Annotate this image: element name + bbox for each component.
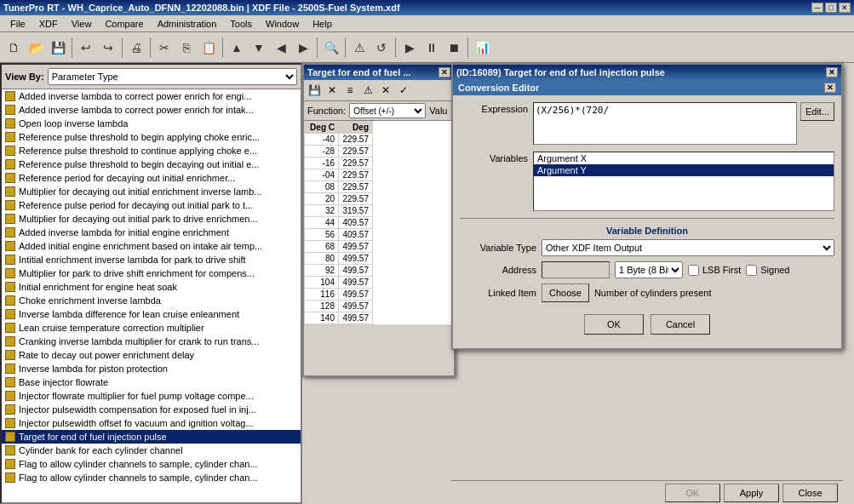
tree-item-label: Reference pulse threshold to begin apply… [19,132,260,142]
menu-administration[interactable]: Administration [151,17,224,31]
byte-select[interactable]: 1 Byte (8 Bit) [615,261,683,278]
tree-item[interactable]: Cranking inverse lambda multiplier for c… [2,335,301,348]
chart-icon[interactable]: 📊 [472,37,492,58]
stop-icon[interactable]: ⏹ [444,37,464,58]
variable-item[interactable]: Argument X [534,152,834,164]
tree-item[interactable]: Intitial enrichment inverse lambda for p… [2,253,301,266]
tree-item[interactable]: Inverse lambda difference for lean cruis… [2,307,301,321]
paste-icon[interactable]: 📋 [198,37,219,58]
tree-item[interactable]: Added inverse lambda to correct power en… [2,89,301,103]
table-cell: 20 [305,193,339,205]
tree-item[interactable]: Reference period for decaying out initia… [2,171,301,185]
right-icon[interactable]: ▶ [293,37,313,58]
table-row: 104499.57 [305,277,373,289]
tree-item[interactable]: Lean cruise temperature correction multi… [2,321,301,335]
cut-icon[interactable]: ✂ [154,37,175,58]
fuel-x-icon[interactable]: ✕ [377,82,394,99]
tree-item[interactable]: Multiplier for park to drive shift enric… [2,266,301,280]
function-select[interactable]: Offset (+/-) [349,103,426,118]
menu-xdf[interactable]: XDF [32,17,65,31]
tree-item[interactable]: Injector pulsewidth offset fo vacuum and… [2,416,301,430]
fuel-window-title-text: Target for end of fuel ... [307,67,410,77]
fuel-check-icon[interactable]: ✓ [395,82,412,99]
refresh-icon[interactable]: ↺ [371,37,392,58]
maximize-button[interactable]: □ [825,3,837,13]
tree-item[interactable]: Initial enrichment for engine heat soak [2,280,301,294]
col-header-deg: Deg [339,122,373,134]
tree-item[interactable]: Multiplier for decaying out initial enri… [2,185,301,198]
up-icon[interactable]: ▲ [226,37,247,58]
tree-item[interactable]: Injector flowrate multiplier for fuel pu… [2,389,301,403]
tree-item[interactable]: Reference pulse period for decaying out … [2,198,301,212]
tree-item-icon [5,186,15,197]
redo-icon[interactable]: ↪ [98,37,118,58]
pause-icon[interactable]: ⏸ [421,37,442,58]
print-icon[interactable]: 🖨 [126,37,146,58]
down-icon[interactable]: ▼ [249,37,269,58]
menu-help[interactable]: Help [306,17,339,31]
tree-item[interactable]: Open loop inverse lambda [2,117,301,130]
tree-item[interactable]: Added inverse lambda for initial engine … [2,226,301,239]
tree-item[interactable]: Choke enrichment inverse lambda [2,294,301,307]
search-icon[interactable]: 🔍 [321,37,341,58]
tree-item[interactable]: Inverse lambda for piston protection [2,362,301,375]
table-cell: 68 [305,241,339,253]
menu-compare[interactable]: Compare [98,17,150,31]
undo-icon[interactable]: ↩ [76,37,96,58]
variable-item[interactable]: Argument Y [534,164,834,176]
new-icon[interactable]: 🗋 [3,37,24,58]
play-icon[interactable]: ▶ [399,37,420,58]
table-row: 128499.57 [305,301,373,312]
menu-window[interactable]: Window [259,17,306,31]
warning-icon[interactable]: ⚠ [349,37,370,58]
minimize-button[interactable]: ─ [811,3,823,13]
tree-item[interactable]: Reference pulse threshold to continue ap… [2,144,301,158]
param-tree-list[interactable]: Added inverse lambda to correct power en… [2,89,301,502]
cancel-button[interactable]: Cancel [651,314,710,335]
expression-input[interactable]: (X/256)*(720/ [533,102,797,145]
open-icon[interactable]: 📂 [26,37,46,58]
bottom-apply-button[interactable]: Apply [724,484,779,502]
tree-item[interactable]: Cylinder bank for each cylinder channel [2,444,301,457]
fuel-warning-icon[interactable]: ⚠ [359,82,376,99]
table-cell: 08 [305,181,339,193]
menu-tools[interactable]: Tools [223,17,259,31]
tree-item-label: Injector flowrate multiplier for fuel pu… [19,391,254,401]
tree-item[interactable]: Reference pulse threshold to begin apply… [2,130,301,144]
fuel-list-icon[interactable]: ≡ [341,82,358,99]
tree-item[interactable]: Multiplier for decaying out initial park… [2,212,301,226]
fuel-save-icon[interactable]: 💾 [306,82,323,99]
variables-list[interactable]: Argument XArgument Y [533,152,834,211]
edit-button[interactable]: Edit... [800,102,834,121]
tree-item[interactable]: Rate to decay out power enrichment delay [2,348,301,362]
copy-icon[interactable]: ⎘ [176,37,197,58]
conv-dialog-close-button[interactable]: ✕ [826,67,838,77]
fuel-close-icon[interactable]: ✕ [324,82,341,99]
menu-file[interactable]: File [3,17,32,31]
choose-button[interactable]: Choose [542,284,589,302]
tree-item[interactable]: Target for end of fuel injection pulse [2,430,301,444]
tree-item[interactable]: Reference pulse threshold to begin decay… [2,158,301,171]
tree-item[interactable]: Flag to allow cylinder channels to sampl… [2,471,301,484]
conv-subtitle-close-button[interactable]: ✕ [824,83,836,93]
tree-item[interactable]: Added inverse lambda to correct power en… [2,103,301,117]
view-by-select[interactable]: Parameter Type [48,68,297,85]
save-icon[interactable]: 💾 [48,37,68,58]
signed-checkbox[interactable] [746,265,757,276]
menu-view[interactable]: View [65,17,99,31]
tree-item[interactable]: Added initial engine enrichment based on… [2,239,301,253]
lsb-checkbox[interactable] [688,265,699,276]
tree-item[interactable]: Flag to allow cylinder channels to sampl… [2,457,301,471]
fuel-window-close-button[interactable]: ✕ [438,67,450,77]
tree-item[interactable]: Base injector flowrate [2,375,301,389]
address-input[interactable] [542,261,610,278]
variable-type-select[interactable]: Other XDF Item Output [542,239,834,256]
left-icon[interactable]: ◀ [271,37,291,58]
bottom-ok-button[interactable]: OK [665,484,720,502]
table-cell: 409.57 [339,229,373,241]
tree-item[interactable]: Injector pulsewidth compensation for exp… [2,403,301,416]
ok-button[interactable]: OK [584,314,644,335]
close-button[interactable]: ✕ [839,3,851,13]
bottom-close-button[interactable]: Close [782,484,838,502]
sep7 [395,37,396,58]
